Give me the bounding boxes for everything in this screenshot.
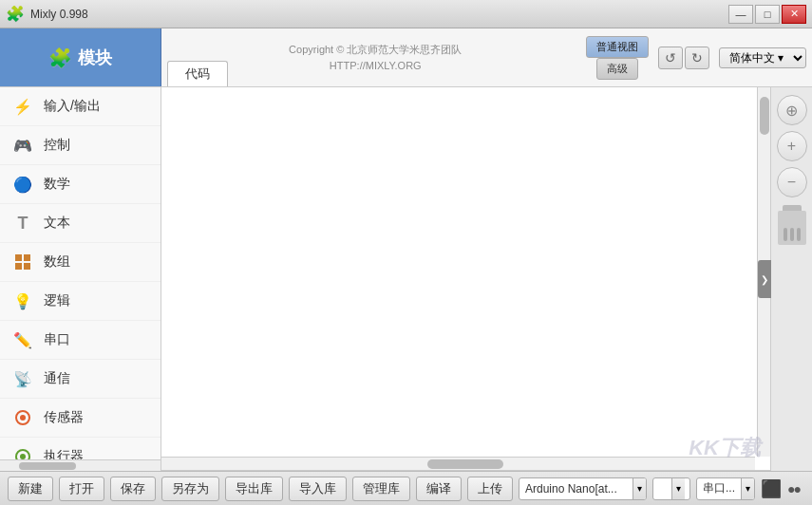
sidebar-label-control: 控制 <box>44 137 70 154</box>
trash-line-1 <box>784 228 787 241</box>
v-scrollbar-thumb[interactable] <box>760 97 769 135</box>
chip-icon[interactable]: ⬛ <box>761 478 782 499</box>
logic-icon: 💡 <box>11 290 34 312</box>
sidebar-label-logic: 逻辑 <box>44 292 70 309</box>
tabs-row: 代码 <box>161 56 234 86</box>
save-as-button[interactable]: 另存为 <box>161 477 219 501</box>
maximize-button[interactable]: □ <box>755 5 780 24</box>
sidebar-label-serial: 串口 <box>44 331 70 348</box>
control-icon: 🎮 <box>11 134 34 157</box>
sidebar-label-io: 输入/输出 <box>44 98 101 115</box>
sidebar-item-comm[interactable]: 📡 通信 <box>0 360 161 399</box>
copyright-line2: HTTP://MIXLY.ORG <box>330 58 422 74</box>
bottom-toolbar: 新建 打开 保存 另存为 导出库 导入库 管理库 编译 上传 Arduino N… <box>0 471 812 505</box>
sidebar-label-comm: 通信 <box>44 370 70 387</box>
sidebar-list: ⚡ 输入/输出 🎮 控制 🔵 数学 T 文本 <box>0 87 161 459</box>
sidebar-horizontal-scrollbar[interactable] <box>0 459 161 471</box>
sidebar-label-actuator: 执行器 <box>44 448 84 459</box>
board-select-2[interactable]: ▾ <box>652 477 690 500</box>
minimize-button[interactable]: — <box>728 5 753 24</box>
settings-dots-icon[interactable]: ●● <box>787 481 800 496</box>
main-layout: 🧩 模块 代码 Copyright © 北京师范大学米思齐团队 HTTP://M… <box>0 28 812 505</box>
language-select[interactable]: 简体中文 ▾ <box>719 47 806 68</box>
sidebar-label-text: 文本 <box>44 215 70 232</box>
actuator-icon <box>11 445 34 459</box>
titlebar: 🧩 Mixly 0.998 — □ ✕ <box>0 0 812 28</box>
board-select-arrow-2[interactable]: ▾ <box>672 478 685 499</box>
copyright-line1: Copyright © 北京师范大学米思齐团队 <box>289 42 462 58</box>
export-button[interactable]: 导出库 <box>225 477 283 501</box>
undo-redo-area: ↺ ↻ <box>654 47 713 69</box>
crosshair-button[interactable]: ⊕ <box>777 95 807 125</box>
sidebar-header-label: 模块 <box>78 47 112 69</box>
board-select[interactable]: Arduino Nano[at... ▾ <box>519 477 647 500</box>
port-select-arrow[interactable]: ▾ <box>742 478 754 499</box>
h-scrollbar-thumb[interactable] <box>427 459 503 469</box>
tab-toolbar: 代码 Copyright © 北京师范大学米思齐团队 HTTP://MIXLY.… <box>161 28 812 86</box>
app-title: Mixly 0.998 <box>30 8 728 21</box>
trash-icon[interactable] <box>778 211 806 245</box>
math-icon: 🔵 <box>11 173 34 196</box>
text-icon: T <box>11 212 34 234</box>
sidebar-label-sensor: 传感器 <box>44 409 84 426</box>
right-panel-toggle[interactable]: ❯ <box>758 260 771 298</box>
view-btn-group: 普通视图 高级 <box>586 36 649 80</box>
svg-rect-0 <box>15 254 22 261</box>
sidebar-item-serial[interactable]: ✏️ 串口 <box>0 321 161 360</box>
board-select-text-2 <box>653 478 672 499</box>
zoom-in-button[interactable]: + <box>777 131 807 161</box>
sensor-icon <box>11 406 34 429</box>
manage-button[interactable]: 管理库 <box>352 477 410 501</box>
compile-button[interactable]: 编译 <box>416 477 462 501</box>
port-select-text: 串口... <box>697 478 742 499</box>
sidebar-item-math[interactable]: 🔵 数学 <box>0 165 161 204</box>
svg-rect-3 <box>24 263 30 270</box>
window-controls: — □ ✕ <box>728 5 806 24</box>
io-icon: ⚡ <box>11 95 34 118</box>
sidebar-item-array[interactable]: 数组 <box>0 243 161 282</box>
array-icon <box>11 251 34 273</box>
sidebar: ⚡ 输入/输出 🎮 控制 🔵 数学 T 文本 <box>0 87 161 471</box>
trash-line-3 <box>797 228 801 241</box>
open-button[interactable]: 打开 <box>59 477 104 501</box>
toolbar-row: 🧩 模块 代码 Copyright © 北京师范大学米思齐团队 HTTP://M… <box>0 28 812 87</box>
board-select-text: Arduino Nano[at... <box>519 478 633 499</box>
trash-line-2 <box>790 228 794 241</box>
zoom-out-button[interactable]: − <box>777 167 807 197</box>
workspace[interactable]: KK下载 <box>161 87 770 471</box>
sidebar-label-math: 数学 <box>44 176 70 193</box>
board-select-arrow[interactable]: ▾ <box>633 478 646 499</box>
puzzle-icon: 🧩 <box>48 47 72 69</box>
upload-button[interactable]: 上传 <box>467 477 513 501</box>
advanced-view-button[interactable]: 高级 <box>596 58 638 80</box>
normal-view-button[interactable]: 普通视图 <box>586 36 649 58</box>
redo-button[interactable]: ↻ <box>685 47 709 69</box>
close-button[interactable]: ✕ <box>782 5 806 24</box>
comm-icon: 📡 <box>11 367 34 390</box>
sidebar-header: 🧩 模块 <box>0 28 161 86</box>
port-select[interactable]: 串口... ▾ <box>696 477 755 500</box>
trash-lines <box>784 228 801 241</box>
new-button[interactable]: 新建 <box>8 477 53 501</box>
serial-icon: ✏️ <box>11 328 34 351</box>
sidebar-item-control[interactable]: 🎮 控制 <box>0 126 161 165</box>
sidebar-item-actuator[interactable]: 执行器 <box>0 438 161 459</box>
toolbar-inline: 普通视图 高级 ↺ ↻ 简体中文 ▾ <box>518 28 813 86</box>
sidebar-item-text[interactable]: T 文本 <box>0 204 161 243</box>
sidebar-item-sensor[interactable]: 传感器 <box>0 399 161 438</box>
app-icon: 🧩 <box>6 5 25 23</box>
save-button[interactable]: 保存 <box>110 477 156 501</box>
copyright-area: Copyright © 北京师范大学米思齐团队 HTTP://MIXLY.ORG <box>234 28 518 86</box>
undo-button[interactable]: ↺ <box>658 47 683 69</box>
horizontal-scrollbar[interactable] <box>161 457 755 470</box>
sidebar-item-logic[interactable]: 💡 逻辑 <box>0 282 161 321</box>
tab-code[interactable]: 代码 <box>167 61 228 86</box>
svg-rect-2 <box>15 263 22 270</box>
content-area: ⚡ 输入/输出 🎮 控制 🔵 数学 T 文本 <box>0 87 812 471</box>
sidebar-label-array: 数组 <box>44 253 70 271</box>
svg-rect-1 <box>24 254 30 261</box>
sidebar-item-io[interactable]: ⚡ 输入/输出 <box>0 87 161 126</box>
import-button[interactable]: 导入库 <box>289 477 347 501</box>
right-panel: ❯ ⊕ + − <box>770 87 812 471</box>
svg-point-5 <box>20 415 26 421</box>
